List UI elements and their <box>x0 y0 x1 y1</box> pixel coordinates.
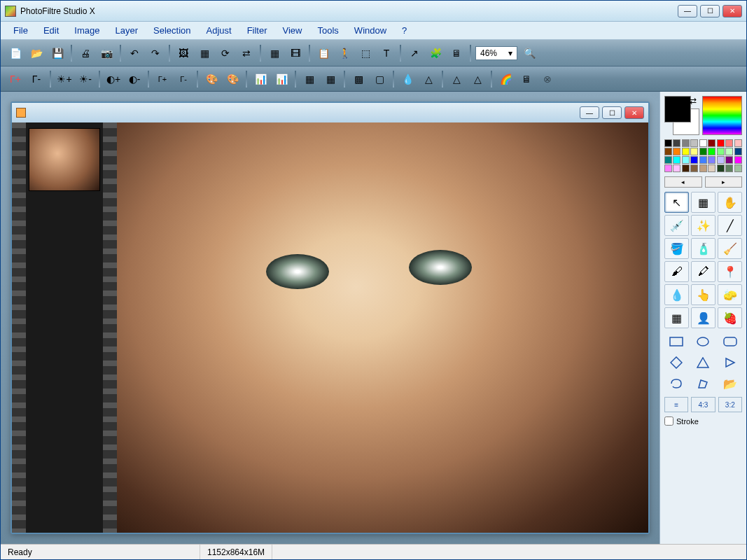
palette-swatch[interactable] <box>725 148 733 155</box>
sharp1-icon[interactable]: △ <box>419 70 438 88</box>
doc-close-button[interactable]: ✕ <box>624 106 644 119</box>
image-canvas[interactable] <box>117 122 648 533</box>
triangle-shape[interactable] <box>691 354 715 372</box>
palette-swatch[interactable] <box>673 139 680 147</box>
drop-icon[interactable]: 💧 <box>398 70 417 88</box>
layer-thumbnail[interactable] <box>29 128 100 191</box>
print-icon[interactable]: 🖨 <box>76 44 95 62</box>
menu-layer[interactable]: Layer <box>109 22 146 38</box>
palette-swatch[interactable] <box>682 148 690 155</box>
menu-filter[interactable]: Filter <box>240 22 274 38</box>
stroke-checkbox[interactable] <box>664 416 673 426</box>
hist-plus-icon[interactable]: 📊 <box>251 70 270 88</box>
palette-swatch[interactable] <box>699 156 707 164</box>
canvas-size-icon[interactable]: ▦ <box>195 44 214 62</box>
blur-tool[interactable]: 💧 <box>664 284 689 305</box>
swap-colors-icon[interactable]: ⇄ <box>690 96 697 106</box>
palette-swatch[interactable] <box>673 156 680 164</box>
palette-swatch[interactable] <box>717 139 725 147</box>
dither2-icon[interactable]: ▦ <box>321 70 340 88</box>
sat-minus-icon[interactable]: Γ- <box>174 70 193 88</box>
folder-shape[interactable]: 📂 <box>718 374 742 393</box>
palette-swatch[interactable] <box>682 164 690 172</box>
palette-next-button[interactable]: ▸ <box>705 176 743 188</box>
palette-swatch[interactable] <box>690 148 698 155</box>
palette-swatch[interactable] <box>673 148 680 155</box>
grid-tool[interactable]: ▦ <box>664 307 689 328</box>
sat-plus-icon[interactable]: Γ+ <box>153 70 172 88</box>
hist-minus-icon[interactable]: 📊 <box>272 70 291 88</box>
palette-swatch[interactable] <box>699 148 707 155</box>
palette-swatch[interactable] <box>725 139 733 147</box>
bucket-tool[interactable]: 🪣 <box>664 238 689 259</box>
palette-swatch[interactable] <box>690 139 698 147</box>
grey-icon[interactable]: ⊗ <box>538 70 557 88</box>
save-icon[interactable]: 💾 <box>48 44 67 62</box>
redo-icon[interactable]: ↷ <box>146 44 165 62</box>
rotate-icon[interactable]: ⟳ <box>216 44 235 62</box>
new-icon[interactable]: 📄 <box>6 44 25 62</box>
rounded-shape[interactable] <box>718 332 742 351</box>
copy-icon[interactable]: 📋 <box>314 44 333 62</box>
menu-view[interactable]: View <box>276 22 309 38</box>
ratio-4-3[interactable]: 4:3 <box>691 397 715 412</box>
palette-swatch[interactable] <box>682 139 690 147</box>
blur-icon[interactable]: ▢ <box>370 70 389 88</box>
ellipse-shape[interactable] <box>691 332 715 351</box>
art-tool[interactable]: 🍓 <box>718 307 742 328</box>
maximize-button[interactable]: ☐ <box>700 5 720 18</box>
stamp-tool[interactable]: 📍 <box>718 261 742 282</box>
palette-swatch[interactable] <box>708 148 715 155</box>
palette-swatch[interactable] <box>725 156 733 164</box>
color-spectrum[interactable] <box>702 96 742 135</box>
menu-image[interactable]: Image <box>67 22 106 38</box>
menu-edit[interactable]: Edit <box>36 22 66 38</box>
palette-swatch[interactable] <box>725 164 733 172</box>
dither1-icon[interactable]: ▦ <box>300 70 319 88</box>
export-icon[interactable]: ↗ <box>405 44 424 62</box>
smudge-tool[interactable]: 👆 <box>691 284 715 305</box>
palette-swatch[interactable] <box>708 156 715 164</box>
poly-shape[interactable] <box>691 374 715 393</box>
palette-swatch[interactable] <box>734 139 742 147</box>
pointer-tool[interactable]: ↖ <box>664 192 689 213</box>
selection-tool[interactable]: ▦ <box>691 192 715 213</box>
palette-swatch[interactable] <box>699 139 707 147</box>
gif-icon[interactable]: 🎞 <box>286 44 305 62</box>
gradient-icon[interactable]: 🌈 <box>496 70 515 88</box>
palette-swatch[interactable] <box>734 148 742 155</box>
eyedropper-tool[interactable]: 💉 <box>664 215 689 236</box>
hue-minus-icon[interactable]: 🎨 <box>223 70 242 88</box>
flip-icon[interactable]: ⇄ <box>237 44 256 62</box>
zoom-combo[interactable]: 46%▾ <box>475 46 517 60</box>
menu-file[interactable]: File <box>6 22 35 38</box>
palette-prev-button[interactable]: ◂ <box>664 176 702 188</box>
palette-swatch[interactable] <box>673 164 680 172</box>
brightness-plus-icon[interactable]: ☀+ <box>55 70 74 88</box>
brightness-minus-icon[interactable]: ☀- <box>76 70 95 88</box>
palette-swatch[interactable] <box>664 139 672 147</box>
minimize-button[interactable]: — <box>678 5 697 18</box>
image-size-icon[interactable]: 🖼 <box>174 44 193 62</box>
hand-tool[interactable]: ✋ <box>718 192 742 213</box>
diamond-shape[interactable] <box>664 354 688 372</box>
plugin-icon[interactable]: 🧩 <box>426 44 445 62</box>
menu-window[interactable]: Window <box>347 22 393 38</box>
rect-shape[interactable] <box>664 332 688 351</box>
lasso-shape[interactable] <box>664 374 688 393</box>
retouch-tool[interactable]: 👤 <box>691 307 715 328</box>
gamma-plus-icon[interactable]: Γ+ <box>6 70 25 88</box>
ratio-free[interactable]: ≡ <box>664 397 688 412</box>
fullscreen-icon[interactable]: 🖥 <box>447 44 466 62</box>
palette-swatch[interactable] <box>682 156 690 164</box>
sharp2-icon[interactable]: △ <box>447 70 466 88</box>
palette-swatch[interactable] <box>708 139 715 147</box>
zoom-in-icon[interactable]: 🔍 <box>520 44 538 62</box>
noise-icon[interactable]: ▩ <box>349 70 368 88</box>
text-icon[interactable]: T <box>377 44 396 62</box>
palette-swatch[interactable] <box>690 164 698 172</box>
line-tool[interactable]: ╱ <box>718 215 742 236</box>
fg-color-swatch[interactable] <box>664 96 691 122</box>
palette-swatch[interactable] <box>664 156 672 164</box>
palette-swatch[interactable] <box>717 164 725 172</box>
